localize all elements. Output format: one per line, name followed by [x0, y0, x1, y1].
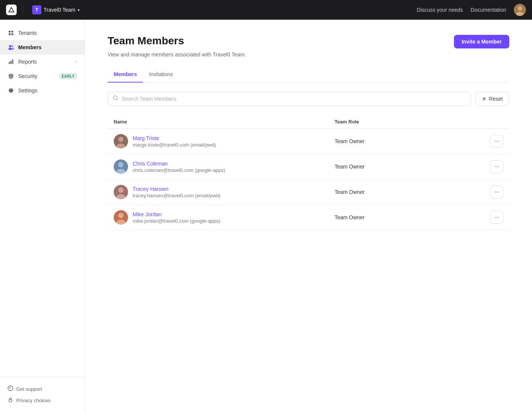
search-icon — [113, 95, 119, 103]
reset-button[interactable]: ✕ Reset — [476, 92, 509, 106]
member-email: tracey.hansen@travel0.com (email/pwd) — [133, 193, 221, 198]
member-role: Team Owner — [335, 189, 365, 195]
member-actions-button[interactable]: ··· — [490, 186, 503, 198]
member-role: Team Owner — [335, 138, 365, 144]
svg-rect-8 — [11, 33, 13, 35]
svg-point-28 — [118, 187, 124, 193]
avatar — [114, 134, 128, 148]
table-header: Name Team Role — [108, 115, 509, 129]
member-actions-button[interactable]: ··· — [490, 160, 503, 173]
member-email: chris.coleman@travel0.com (google-apps) — [133, 167, 225, 173]
svg-point-12 — [12, 48, 14, 50]
get-support-label: Get support — [16, 386, 42, 392]
documentation-link[interactable]: Documentation — [471, 7, 506, 13]
sidebar-item-settings[interactable]: Settings — [0, 83, 84, 98]
sidebar-item-security-label: Security — [18, 73, 56, 79]
reports-chevron-icon: › — [75, 59, 77, 64]
member-name-block: Tracey Hansen tracey.hansen@travel0.com … — [133, 186, 221, 198]
sidebar-footer: Get support Privacy choices — [0, 377, 84, 412]
page-header: Team Members Invite a Member — [108, 35, 509, 48]
close-icon: ✕ — [482, 96, 487, 102]
svg-point-25 — [118, 162, 124, 167]
svg-rect-7 — [9, 33, 11, 35]
avatar — [114, 185, 128, 199]
members-icon — [8, 44, 14, 51]
team-badge: T — [32, 5, 41, 14]
member-email: marge.triste@travel0.com (email/pwd) — [133, 142, 216, 148]
member-role: Team Owner — [335, 214, 365, 220]
svg-point-18 — [10, 390, 11, 390]
support-icon — [8, 385, 13, 392]
svg-point-3 — [518, 6, 522, 11]
table-row: Tracey Hansen tracey.hansen@travel0.com … — [108, 179, 509, 205]
sidebar-item-members[interactable]: Members — [0, 40, 84, 55]
sidebar-item-reports[interactable]: Reports › — [0, 55, 84, 69]
member-info: Marg Triste marge.triste@travel0.com (em… — [114, 134, 322, 148]
early-badge: EARLY — [59, 73, 77, 79]
tenants-icon — [8, 30, 14, 36]
table-row: Chris Coleman chris.coleman@travel0.com … — [108, 154, 509, 179]
member-info: Tracey Hansen tracey.hansen@travel0.com … — [114, 185, 322, 199]
member-name[interactable]: Marg Triste — [133, 135, 216, 141]
member-info: Chris Coleman chris.coleman@travel0.com … — [114, 159, 322, 174]
main-content: Team Members Invite a Member View and ma… — [85, 20, 532, 412]
avatar — [114, 159, 128, 174]
search-input[interactable] — [122, 92, 466, 106]
chevron-down-icon: ▾ — [78, 8, 80, 12]
tabs: Members Invitations — [108, 67, 509, 83]
settings-icon — [8, 87, 14, 94]
app-layout: Tenants Members — [0, 20, 532, 412]
page-title: Team Members — [108, 35, 184, 47]
sidebar-item-members-label: Members — [18, 44, 77, 50]
table-row: Marg Triste marge.triste@travel0.com (em… — [108, 129, 509, 154]
svg-rect-13 — [9, 62, 10, 64]
member-name[interactable]: Mike Jordan — [133, 211, 220, 217]
reports-icon — [8, 58, 14, 65]
sidebar: Tenants Members — [0, 20, 85, 412]
column-role: Team Role — [329, 115, 484, 129]
svg-rect-15 — [12, 59, 13, 64]
team-name: Travel0 Team — [44, 7, 75, 13]
svg-rect-5 — [9, 31, 11, 33]
security-icon — [8, 73, 14, 80]
svg-rect-14 — [11, 61, 12, 64]
privacy-choices-label: Privacy choices — [16, 398, 50, 403]
table-row: Mike Jordan mike.jordan@travel0.com (goo… — [108, 205, 509, 230]
member-name-block: Mike Jordan mike.jordan@travel0.com (goo… — [133, 211, 220, 224]
member-role: Team Owner — [335, 164, 365, 170]
member-actions-button[interactable]: ··· — [490, 211, 503, 224]
topnav-left: T Travel0 Team ▾ — [6, 4, 83, 16]
sidebar-item-tenants[interactable]: Tenants — [0, 26, 84, 40]
user-avatar[interactable] — [514, 4, 526, 16]
privacy-icon — [8, 397, 13, 404]
page-subtitle: View and manage members associated with … — [108, 52, 509, 58]
sidebar-item-reports-label: Reports — [18, 59, 72, 65]
svg-point-22 — [118, 137, 124, 142]
app-logo — [6, 5, 17, 15]
members-table: Name Team Role Marg Triste marge.triste@… — [108, 115, 509, 230]
search-input-wrap — [108, 92, 471, 106]
svg-point-17 — [8, 386, 13, 391]
column-name: Name — [108, 115, 329, 129]
member-name[interactable]: Tracey Hansen — [133, 186, 221, 192]
members-tbody: Marg Triste marge.triste@travel0.com (em… — [108, 129, 509, 230]
discuss-needs-link[interactable]: Discuss your needs — [417, 7, 463, 13]
topnav-right: Discuss your needs Documentation — [417, 4, 526, 16]
tab-members[interactable]: Members — [108, 67, 143, 83]
svg-point-9 — [9, 45, 11, 47]
sidebar-item-security[interactable]: Security EARLY — [0, 69, 84, 83]
avatar — [114, 210, 128, 225]
invite-member-button[interactable]: Invite a Member — [454, 35, 509, 48]
get-support-link[interactable]: Get support — [8, 383, 77, 395]
column-actions — [484, 115, 509, 129]
privacy-choices-link[interactable]: Privacy choices — [8, 395, 77, 406]
team-selector[interactable]: T Travel0 Team ▾ — [29, 4, 83, 16]
nav-divider — [23, 5, 23, 14]
svg-point-10 — [12, 45, 14, 47]
svg-rect-6 — [11, 31, 13, 33]
member-actions-button[interactable]: ··· — [490, 135, 503, 148]
member-name[interactable]: Chris Coleman — [133, 161, 225, 167]
sidebar-nav: Tenants Members — [0, 20, 84, 104]
svg-point-31 — [118, 213, 124, 218]
tab-invitations[interactable]: Invitations — [143, 67, 179, 83]
